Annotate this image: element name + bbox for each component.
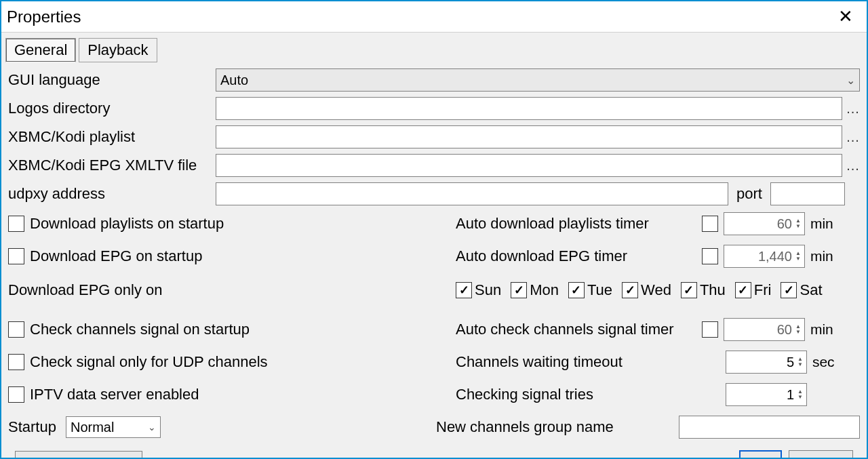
chevron-down-icon: ⌄ (846, 74, 855, 87)
day-sun-label: Sun (475, 281, 501, 299)
close-icon[interactable]: ✕ (833, 6, 859, 27)
dl-epg-startup-checkbox[interactable] (8, 248, 24, 264)
tab-playback[interactable]: Playback (79, 38, 157, 62)
auto-dl-playlists-timer-label: Auto download playlists timer (456, 215, 696, 233)
day-thu-label: Thu (700, 281, 726, 299)
tab-bar: General Playback (1, 33, 867, 62)
auto-check-signal-enable-checkbox[interactable] (702, 321, 718, 338)
chevron-down-icon: ⌄ (148, 422, 156, 433)
auto-check-signal-timer-spinner[interactable] (724, 318, 805, 341)
spinner-arrows-icon[interactable]: ▲▼ (795, 251, 801, 262)
ok-button[interactable]: OK (739, 450, 781, 459)
auto-check-signal-timer-label: Auto check channels signal timer (456, 321, 696, 338)
kodi-epg-input[interactable] (216, 154, 842, 177)
channels-wait-timeout-label: Channels waiting timeout (456, 353, 720, 371)
gui-language-value: Auto (220, 73, 248, 88)
udpxy-addr-input[interactable] (216, 182, 728, 205)
day-thu-checkbox[interactable] (681, 282, 697, 298)
auto-dl-playlists-enable-checkbox[interactable] (702, 216, 718, 232)
kodi-epg-browse-button[interactable]: ... (846, 158, 860, 174)
channels-wait-timeout-spinner[interactable] (726, 351, 807, 374)
check-channels-startup-checkbox[interactable] (8, 321, 24, 338)
tab-content: GUI language Auto ⌄ Logos directory ... … (1, 62, 867, 459)
gui-language-select[interactable]: Auto ⌄ (216, 68, 860, 92)
dl-epg-startup-label: Download EPG on startup (30, 247, 202, 265)
day-wed-label: Wed (641, 281, 671, 299)
gui-language-label: GUI language (8, 71, 212, 89)
unit-min: min (810, 248, 833, 264)
new-channels-group-label: New channels group name (436, 418, 673, 436)
day-fri-label: Fri (754, 281, 772, 299)
auto-dl-epg-timer-label: Auto download EPG timer (456, 247, 696, 265)
new-channels-group-input[interactable] (679, 416, 860, 439)
day-tue-checkbox[interactable] (568, 282, 585, 298)
unit-min: min (810, 321, 833, 338)
day-sat-checkbox[interactable] (781, 282, 797, 298)
kodi-playlist-input[interactable] (216, 125, 842, 148)
check-udp-only-checkbox[interactable] (8, 354, 24, 370)
spinner-arrows-icon[interactable]: ▲▼ (795, 324, 801, 335)
checking-signal-tries-spinner[interactable] (726, 383, 807, 406)
titlebar: Properties ✕ (1, 1, 867, 33)
startup-value: Normal (71, 420, 114, 435)
reset-defaults-button[interactable]: Reset to defaults (15, 451, 142, 459)
check-udp-only-label: Check signal only for UDP channels (30, 353, 268, 371)
day-mon-label: Mon (530, 281, 559, 299)
auto-dl-epg-enable-checkbox[interactable] (702, 248, 718, 264)
udpxy-port-input[interactable] (770, 182, 845, 205)
dl-epg-only-on-label: Download EPG only on (8, 281, 162, 299)
cancel-button[interactable]: Cancel (789, 450, 853, 459)
spinner-arrows-icon[interactable]: ▲▼ (795, 218, 801, 229)
unit-min: min (810, 216, 833, 232)
dl-playlists-startup-checkbox[interactable] (8, 216, 24, 232)
kodi-playlist-label: XBMC/Kodi playlist (8, 128, 212, 146)
day-tue-label: Tue (587, 281, 612, 299)
spinner-arrows-icon[interactable]: ▲▼ (797, 357, 803, 367)
spinner-arrows-icon[interactable]: ▲▼ (797, 389, 803, 400)
day-fri-checkbox[interactable] (735, 282, 751, 298)
startup-label: Startup (8, 418, 56, 436)
checking-signal-tries-label: Checking signal tries (456, 386, 720, 403)
iptv-server-enabled-label: IPTV data server enabled (30, 386, 199, 403)
dl-playlists-startup-label: Download playlists on startup (30, 215, 224, 233)
window-title: Properties (7, 7, 81, 26)
logos-dir-label: Logos directory (8, 100, 212, 117)
iptv-server-enabled-checkbox[interactable] (8, 386, 24, 403)
udpxy-addr-label: udpxy address (8, 185, 212, 203)
day-sat-label: Sat (800, 281, 822, 299)
check-channels-startup-label: Check channels signal on startup (30, 321, 250, 338)
day-sun-checkbox[interactable] (456, 282, 472, 298)
day-mon-checkbox[interactable] (511, 282, 527, 298)
day-wed-checkbox[interactable] (622, 282, 638, 298)
kodi-epg-label: XBMC/Kodi EPG XMLTV file (8, 157, 212, 174)
dialog-footer: Reset to defaults OK Cancel (8, 446, 860, 459)
startup-select[interactable]: Normal ⌄ (66, 416, 161, 438)
unit-sec: sec (812, 354, 835, 370)
auto-dl-epg-timer-spinner[interactable] (724, 245, 805, 268)
logos-dir-browse-button[interactable]: ... (846, 101, 860, 117)
auto-dl-playlists-timer-spinner[interactable] (724, 212, 805, 235)
logos-dir-input[interactable] (216, 97, 842, 120)
kodi-playlist-browse-button[interactable]: ... (846, 129, 860, 145)
tab-general[interactable]: General (5, 38, 76, 62)
udpxy-port-label: port (736, 185, 762, 203)
